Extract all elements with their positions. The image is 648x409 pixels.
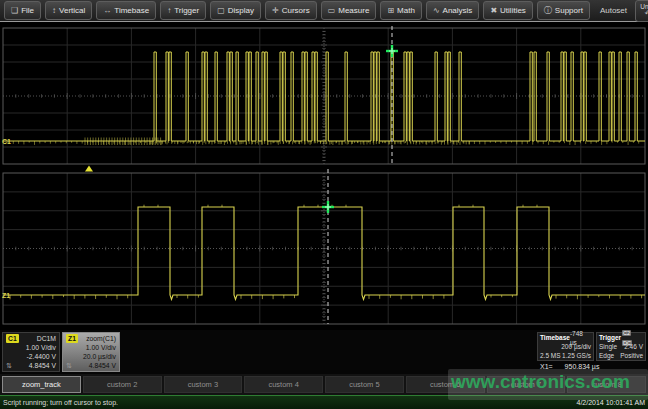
z1-timebase: 20.0 µs/div: [66, 352, 116, 361]
undo-button[interactable]: Undo ↶: [635, 0, 648, 22]
trigger-icon: ↑: [167, 7, 171, 15]
trigger-title: Trigger: [599, 333, 621, 342]
descriptor-row: C1 DC1M 1.00 V/div -2.4400 V ⇅ 4.8454 V …: [0, 330, 648, 374]
menu-label: Vertical: [59, 6, 85, 15]
analysis-icon: ∿: [433, 7, 440, 15]
channel-c1-descriptor[interactable]: C1 DC1M 1.00 V/div -2.4400 V ⇅ 4.8454 V: [2, 332, 60, 372]
z1-source: zoom(C1): [86, 334, 116, 343]
cursors-icon: ✛: [272, 7, 279, 15]
trigger-level: 2.46 V: [624, 342, 643, 351]
tab-zoom_track[interactable]: zoom_track: [2, 376, 81, 393]
z1-trace: [3, 207, 645, 300]
z1-badge: Z1: [66, 334, 78, 343]
menu-cursors-button[interactable]: ✛Cursors: [265, 1, 317, 20]
c1-cursor-level: 4.8454 V: [29, 361, 56, 370]
trigger-slope: Positive: [620, 351, 643, 360]
tab-custom-3[interactable]: custom 3: [164, 376, 243, 393]
menu-display-button[interactable]: ▢Display: [210, 1, 261, 20]
timebase-panel[interactable]: Timebase -748 µs 200 µs/div 2.5 MS 1.25 …: [537, 332, 594, 361]
z1-cursor-level: 4.8454 V: [89, 361, 116, 370]
file-icon: ❏: [11, 7, 18, 15]
status-message: Script running; turn off cursor to stop.: [3, 399, 118, 406]
c1-scale: 1.00 V/div: [6, 343, 56, 352]
zoom-z1-descriptor[interactable]: Z1 zoom(C1) 1.00 V/div 20.0 µs/div ⇅ 4.8…: [62, 332, 120, 372]
trigger-panel[interactable]: Trigger C2 DC Single 2.46 V Edge Positiv…: [596, 332, 646, 361]
menu-analysis-button[interactable]: ∿Analysis: [426, 1, 480, 20]
menu-support-button[interactable]: ⓘSupport: [537, 1, 590, 20]
timebase-rate: 1.25 GS/s: [562, 351, 591, 360]
display-icon: ▢: [217, 7, 225, 15]
c1-trace-label: C1: [2, 138, 11, 145]
menu-file-button[interactable]: ❏File: [4, 1, 41, 20]
timebase-title: Timebase: [540, 333, 570, 342]
vertical-icon: ↕: [52, 7, 56, 15]
math-icon: ⊞: [387, 7, 394, 15]
c1-badge: C1: [6, 334, 19, 343]
menu-timebase-button[interactable]: ↔Timebase: [96, 1, 156, 20]
timebase-scale: 200 µs/div: [561, 342, 591, 351]
menu-math-button[interactable]: ⊞Math: [380, 1, 422, 20]
waveform-display[interactable]: C1Z1: [0, 24, 648, 330]
timebase-icon: ↔: [103, 7, 111, 15]
z1-trace-label: Z1: [2, 292, 10, 299]
menu-utilities-button[interactable]: ✖Utilities: [483, 1, 532, 20]
menu-label: Timebase: [114, 6, 149, 15]
tab-custom-2[interactable]: custom 2: [83, 376, 162, 393]
menu-bar: ❏File↕Vertical↔Timebase↑Trigger▢Display✛…: [0, 0, 648, 22]
datetime: 4/2/2014 10:01:41 AM: [577, 399, 646, 406]
zoom-position-marker[interactable]: [85, 166, 93, 172]
menu-label: Support: [555, 6, 583, 15]
timebase-samples: 2.5 MS: [540, 351, 561, 360]
menu-label: Cursors: [282, 6, 310, 15]
menu-label: Analysis: [443, 6, 473, 15]
autoset-button[interactable]: Autoset: [592, 6, 635, 15]
menu-trigger-button[interactable]: ↑Trigger: [160, 1, 206, 20]
level-marker-icon: ⇅: [66, 361, 72, 370]
trigger-mode: Single: [599, 342, 617, 351]
level-marker-icon: ⇅: [6, 361, 12, 370]
utilities-icon: ✖: [490, 7, 497, 15]
menu-measure-button[interactable]: ▭Measure: [321, 1, 377, 20]
menu-label: Measure: [338, 6, 369, 15]
trigger-source-badge: C2: [622, 330, 631, 336]
menu-label: Display: [228, 6, 254, 15]
oscilloscope-app: ❏File↕Vertical↔Timebase↑Trigger▢Display✛…: [0, 0, 648, 409]
c1-offset: -2.4400 V: [6, 352, 56, 361]
menu-vertical-button[interactable]: ↕Vertical: [45, 1, 92, 20]
menu-label: Trigger: [174, 6, 199, 15]
support-icon: ⓘ: [544, 7, 552, 15]
tab-custom-4[interactable]: custom 4: [244, 376, 323, 393]
tab-custom-5[interactable]: custom 5: [325, 376, 404, 393]
c1-coupling: DC1M: [37, 334, 56, 343]
measure-icon: ▭: [328, 7, 336, 15]
menu-label: Math: [397, 6, 415, 15]
z1-scale: 1.00 V/div: [66, 343, 116, 352]
menu-label: File: [21, 6, 34, 15]
trigger-type: Edge: [599, 351, 614, 360]
menu-label: Utilities: [500, 6, 526, 15]
watermark: www.cntronics.com: [451, 371, 648, 393]
